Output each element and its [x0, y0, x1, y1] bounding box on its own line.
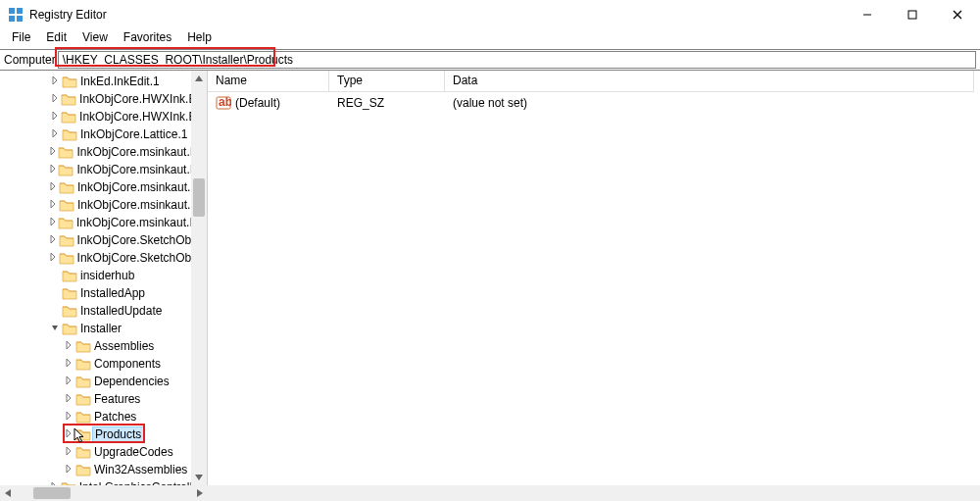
tree-node-label: InkObjCore.msinkaut.InkRecognizer — [76, 216, 207, 229]
tree-node-components[interactable]: Components — [0, 355, 207, 373]
scrollbar-thumb[interactable] — [193, 178, 205, 217]
tree-vertical-scrollbar[interactable] — [191, 71, 207, 485]
tree-node-label: Assemblies — [94, 339, 154, 353]
tree-node-inkobjcore-lattice-1[interactable]: InkObjCore.Lattice.1 — [0, 125, 207, 143]
tree-node-label: InkEd.InkEdit.1 — [80, 75, 160, 88]
folder-icon — [58, 145, 74, 159]
chevron-right-icon[interactable] — [48, 111, 61, 123]
svg-marker-25 — [67, 429, 71, 437]
svg-marker-14 — [51, 182, 55, 190]
column-header-name[interactable]: Name — [208, 71, 329, 92]
folder-icon — [75, 339, 91, 353]
folder-icon — [62, 127, 77, 141]
chevron-right-icon[interactable] — [48, 217, 58, 228]
chevron-right-icon[interactable] — [48, 93, 61, 105]
tree-node-dependencies[interactable]: Dependencies — [0, 373, 207, 390]
svg-marker-32 — [197, 489, 203, 497]
chevron-right-icon[interactable] — [62, 358, 75, 370]
address-path-text: \HKEY_CLASSES_ROOT\Installer\Products — [63, 53, 293, 67]
chevron-right-icon[interactable] — [48, 181, 59, 193]
minimize-button[interactable] — [845, 0, 890, 29]
tree-node-inkobjcore-hwxink-e-ink[interactable]: InkObjCore.HWXInk.E-Ink — [0, 108, 207, 125]
menu-edit[interactable]: Edit — [38, 29, 74, 49]
scroll-up-icon[interactable] — [191, 71, 207, 86]
address-bar: Computer \HKEY_CLASSES_ROOT\Installer\Pr… — [0, 49, 980, 71]
folder-icon — [75, 392, 91, 406]
folder-icon — [58, 216, 74, 229]
close-button[interactable] — [935, 0, 980, 29]
tree-node-label: Patches — [94, 410, 136, 424]
svg-marker-19 — [52, 326, 58, 330]
maximize-button[interactable] — [890, 0, 935, 29]
folder-icon — [59, 251, 74, 265]
folder-icon — [75, 445, 91, 459]
chevron-right-icon[interactable] — [62, 411, 75, 423]
titlebar: Registry Editor — [0, 0, 980, 29]
chevron-right-icon[interactable] — [62, 464, 75, 476]
tree-node-inkobjcore-sketchobj-sketchink[interactable]: InkObjCore.SketchObj.SketchInk — [0, 249, 207, 267]
tree-node-upgradecodes[interactable]: UpgradeCodes — [0, 443, 207, 461]
tree-node-patches[interactable]: Patches — [0, 408, 207, 426]
list-header: NameTypeData — [208, 71, 980, 92]
hscroll-right-icon[interactable] — [192, 485, 208, 501]
tree-node-label: Dependencies — [94, 375, 170, 388]
menu-file[interactable]: File — [4, 29, 38, 49]
chevron-right-icon[interactable] — [48, 199, 59, 211]
tree-node-label: Installer — [80, 322, 122, 335]
folder-icon — [75, 427, 91, 441]
tree-node-installedapp[interactable]: InstalledApp — [0, 284, 207, 302]
tree-node-installer[interactable]: Installer — [0, 320, 207, 337]
svg-marker-30 — [195, 475, 203, 480]
tree-node-label: Features — [94, 392, 140, 406]
chevron-right-icon[interactable] — [62, 446, 75, 458]
chevron-right-icon[interactable] — [48, 252, 59, 264]
tree-node-inkobjcore-sketchobj-sketchink[interactable]: InkObjCore.SketchObj.SketchInk — [0, 231, 207, 249]
menu-favorites[interactable]: Favorites — [116, 29, 179, 49]
chevron-right-icon[interactable] — [48, 164, 58, 175]
tree-node-inkobjcore-msinkaut-inkrecognizer[interactable]: InkObjCore.msinkaut.InkRecognizer — [0, 214, 207, 231]
menu-view[interactable]: View — [74, 29, 116, 49]
tree-node-inked-inkedit-1[interactable]: InkEd.InkEdit.1 — [0, 73, 207, 90]
column-header-type[interactable]: Type — [329, 71, 445, 92]
chevron-right-icon[interactable] — [62, 428, 75, 440]
menu-help[interactable]: Help — [179, 29, 220, 49]
chevron-right-icon[interactable] — [62, 340, 75, 352]
chevron-right-icon[interactable] — [48, 234, 59, 246]
cell-name: (Default) — [208, 96, 329, 110]
svg-marker-27 — [67, 465, 71, 473]
folder-icon — [75, 357, 91, 371]
list-row[interactable]: (Default)REG_SZ(value not set) — [208, 92, 980, 114]
tree-node-products[interactable]: Products — [0, 426, 207, 443]
tree-node-features[interactable]: Features — [0, 390, 207, 408]
column-header-data[interactable]: Data — [445, 71, 974, 92]
scroll-down-icon[interactable] — [191, 470, 207, 485]
folder-icon — [75, 410, 91, 424]
tree-node-label: InstalledUpdate — [80, 304, 162, 318]
tree-node-insiderhub[interactable]: insiderhub — [0, 267, 207, 284]
hscroll-left-icon[interactable] — [0, 485, 16, 501]
svg-marker-21 — [67, 359, 71, 367]
chevron-right-icon[interactable] — [48, 128, 62, 140]
tree-horizontal-scrollbar[interactable] — [0, 485, 980, 501]
chevron-right-icon[interactable] — [48, 75, 62, 87]
chevron-right-icon[interactable] — [48, 146, 58, 158]
tree-node-inkobjcore-msinkaut-inkdivider[interactable]: InkObjCore.msinkaut.InkDivider — [0, 178, 207, 196]
tree-node-inkobjcore-msinkaut-inkdivider[interactable]: InkObjCore.msinkaut.InkDivider — [0, 196, 207, 214]
hscroll-thumb[interactable] — [33, 487, 71, 499]
chevron-down-icon[interactable] — [48, 323, 62, 334]
tree-node-win32assemblies[interactable]: Win32Assemblies — [0, 461, 207, 478]
scrollbar-track[interactable] — [191, 86, 207, 470]
chevron-right-icon[interactable] — [62, 393, 75, 405]
tree-node-inkobjcore-msinkaut-inkcollector[interactable]: InkObjCore.msinkaut.InkCollector — [0, 143, 207, 161]
tree-node-inkobjcore-hwxink-e-ink[interactable]: InkObjCore.HWXInk.E-Ink — [0, 90, 207, 108]
tree-node-assemblies[interactable]: Assemblies — [0, 337, 207, 355]
tree-node-installedupdate[interactable]: InstalledUpdate — [0, 302, 207, 320]
hscroll-track[interactable] — [16, 485, 192, 501]
folder-icon — [58, 163, 74, 176]
tree-node-inkobjcore-msinkaut-inkcollector[interactable]: InkObjCore.msinkaut.InkCollector — [0, 161, 207, 178]
address-path-input[interactable]: \HKEY_CLASSES_ROOT\Installer\Products — [58, 51, 976, 69]
tree-node-label: InkObjCore.HWXInk.E-Ink — [79, 92, 207, 106]
chevron-right-icon[interactable] — [62, 376, 75, 387]
svg-marker-16 — [51, 218, 55, 225]
tree-node-intel-graphicscontrolpanel[interactable]: Intel.GraphicsControlPanel — [0, 478, 207, 485]
